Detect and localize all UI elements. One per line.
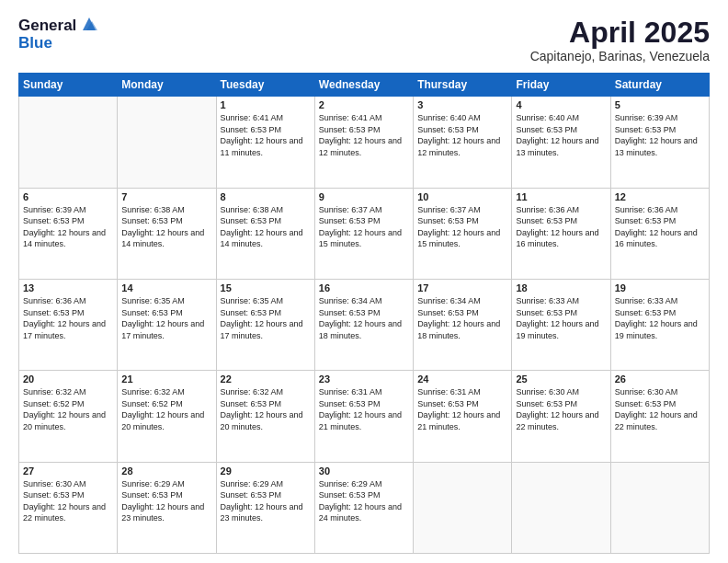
header-tuesday: Tuesday [216, 74, 314, 97]
day-info: Sunrise: 6:36 AM Sunset: 6:53 PM Dayligh… [516, 204, 606, 250]
day-number: 14 [121, 282, 211, 293]
day-info: Sunrise: 6:29 AM Sunset: 6:53 PM Dayligh… [121, 478, 211, 524]
title-month: April 2025 [530, 17, 710, 49]
day-number: 13 [23, 282, 113, 293]
day-info: Sunrise: 6:32 AM Sunset: 6:52 PM Dayligh… [23, 386, 113, 432]
header-thursday: Thursday [414, 74, 512, 97]
calendar-cell: 6Sunrise: 6:39 AM Sunset: 6:53 PM Daylig… [19, 188, 118, 279]
calendar-cell: 23Sunrise: 6:31 AM Sunset: 6:53 PM Dayli… [314, 371, 413, 462]
day-info: Sunrise: 6:33 AM Sunset: 6:53 PM Dayligh… [615, 295, 705, 341]
calendar-cell: 14Sunrise: 6:35 AM Sunset: 6:53 PM Dayli… [118, 279, 216, 370]
day-number: 7 [121, 191, 211, 202]
calendar-header-row: Sunday Monday Tuesday Wednesday Thursday… [19, 74, 710, 97]
calendar-cell: 21Sunrise: 6:32 AM Sunset: 6:52 PM Dayli… [118, 371, 216, 462]
calendar-cell: 13Sunrise: 6:36 AM Sunset: 6:53 PM Dayli… [19, 279, 118, 370]
logo-general: General [18, 17, 76, 34]
day-info: Sunrise: 6:40 AM Sunset: 6:53 PM Dayligh… [417, 112, 507, 158]
calendar-cell: 18Sunrise: 6:33 AM Sunset: 6:53 PM Dayli… [512, 279, 610, 370]
day-info: Sunrise: 6:30 AM Sunset: 6:53 PM Dayligh… [516, 386, 606, 432]
calendar-cell: 1Sunrise: 6:41 AM Sunset: 6:53 PM Daylig… [216, 97, 314, 188]
calendar-cell: 7Sunrise: 6:38 AM Sunset: 6:53 PM Daylig… [118, 188, 216, 279]
day-number: 2 [319, 99, 409, 110]
day-info: Sunrise: 6:35 AM Sunset: 6:53 PM Dayligh… [221, 295, 311, 341]
calendar-cell: 24Sunrise: 6:31 AM Sunset: 6:53 PM Dayli… [414, 371, 512, 462]
day-number: 24 [417, 373, 507, 385]
calendar-cell: 2Sunrise: 6:41 AM Sunset: 6:53 PM Daylig… [314, 97, 413, 188]
day-info: Sunrise: 6:38 AM Sunset: 6:53 PM Dayligh… [221, 204, 311, 250]
day-info: Sunrise: 6:31 AM Sunset: 6:53 PM Dayligh… [319, 386, 409, 432]
day-info: Sunrise: 6:36 AM Sunset: 6:53 PM Dayligh… [615, 204, 705, 250]
day-number: 5 [615, 99, 705, 110]
logo-blue: Blue [18, 35, 99, 51]
calendar-cell: 15Sunrise: 6:35 AM Sunset: 6:53 PM Dayli… [216, 279, 314, 370]
day-info: Sunrise: 6:31 AM Sunset: 6:53 PM Dayligh… [417, 386, 507, 432]
header-wednesday: Wednesday [314, 74, 413, 97]
title-block: April 2025 Capitanejo, Barinas, Venezuel… [530, 17, 710, 63]
calendar-cell: 17Sunrise: 6:34 AM Sunset: 6:53 PM Dayli… [414, 279, 512, 370]
calendar-week-3: 13Sunrise: 6:36 AM Sunset: 6:53 PM Dayli… [19, 279, 710, 370]
calendar-cell: 30Sunrise: 6:29 AM Sunset: 6:53 PM Dayli… [314, 462, 413, 553]
calendar-cell: 10Sunrise: 6:37 AM Sunset: 6:53 PM Dayli… [414, 188, 512, 279]
day-info: Sunrise: 6:30 AM Sunset: 6:53 PM Dayligh… [615, 386, 705, 432]
day-number: 29 [221, 465, 311, 477]
calendar-cell: 25Sunrise: 6:30 AM Sunset: 6:53 PM Dayli… [512, 371, 610, 462]
calendar-cell: 3Sunrise: 6:40 AM Sunset: 6:53 PM Daylig… [414, 97, 512, 188]
day-info: Sunrise: 6:39 AM Sunset: 6:53 PM Dayligh… [23, 204, 113, 250]
day-number: 22 [221, 373, 311, 385]
day-info: Sunrise: 6:35 AM Sunset: 6:53 PM Dayligh… [121, 295, 211, 341]
day-number: 23 [319, 373, 409, 385]
calendar-cell: 4Sunrise: 6:40 AM Sunset: 6:53 PM Daylig… [512, 97, 610, 188]
day-number: 17 [417, 282, 507, 293]
header-sunday: Sunday [19, 74, 118, 97]
day-info: Sunrise: 6:37 AM Sunset: 6:53 PM Dayligh… [319, 204, 409, 250]
day-number: 16 [319, 282, 409, 293]
calendar-week-2: 6Sunrise: 6:39 AM Sunset: 6:53 PM Daylig… [19, 188, 710, 279]
day-number: 3 [417, 99, 507, 110]
day-info: Sunrise: 6:29 AM Sunset: 6:53 PM Dayligh… [319, 478, 409, 524]
calendar-cell: 11Sunrise: 6:36 AM Sunset: 6:53 PM Dayli… [512, 188, 610, 279]
calendar-cell: 29Sunrise: 6:29 AM Sunset: 6:53 PM Dayli… [216, 462, 314, 553]
day-info: Sunrise: 6:41 AM Sunset: 6:53 PM Dayligh… [319, 112, 409, 158]
day-number: 28 [121, 465, 211, 477]
day-info: Sunrise: 6:40 AM Sunset: 6:53 PM Dayligh… [516, 112, 606, 158]
day-number: 8 [221, 191, 311, 202]
day-number: 10 [417, 191, 507, 202]
calendar-week-5: 27Sunrise: 6:30 AM Sunset: 6:53 PM Dayli… [19, 462, 710, 553]
day-info: Sunrise: 6:32 AM Sunset: 6:53 PM Dayligh… [221, 386, 311, 432]
calendar-cell [19, 97, 118, 188]
calendar-cell: 9Sunrise: 6:37 AM Sunset: 6:53 PM Daylig… [314, 188, 413, 279]
calendar-cell: 20Sunrise: 6:32 AM Sunset: 6:52 PM Dayli… [19, 371, 118, 462]
day-number: 18 [516, 282, 606, 293]
header-monday: Monday [118, 74, 216, 97]
calendar-cell [118, 97, 216, 188]
header-friday: Friday [512, 74, 610, 97]
day-number: 20 [23, 373, 113, 385]
calendar-week-4: 20Sunrise: 6:32 AM Sunset: 6:52 PM Dayli… [19, 371, 710, 462]
header-saturday: Saturday [610, 74, 709, 97]
header: General Blue April 2025 Capitanejo, Bari… [18, 17, 710, 63]
page: General Blue April 2025 Capitanejo, Bari… [0, 0, 728, 563]
day-number: 12 [615, 191, 705, 202]
day-number: 4 [516, 99, 606, 110]
calendar-cell: 28Sunrise: 6:29 AM Sunset: 6:53 PM Dayli… [118, 462, 216, 553]
day-info: Sunrise: 6:32 AM Sunset: 6:52 PM Dayligh… [121, 386, 211, 432]
calendar-table: Sunday Monday Tuesday Wednesday Thursday… [18, 73, 710, 554]
day-info: Sunrise: 6:41 AM Sunset: 6:53 PM Dayligh… [221, 112, 311, 158]
day-number: 21 [121, 373, 211, 385]
day-info: Sunrise: 6:34 AM Sunset: 6:53 PM Dayligh… [319, 295, 409, 341]
day-info: Sunrise: 6:38 AM Sunset: 6:53 PM Dayligh… [121, 204, 211, 250]
day-number: 6 [23, 191, 113, 202]
day-number: 15 [221, 282, 311, 293]
day-number: 11 [516, 191, 606, 202]
day-number: 27 [23, 465, 113, 477]
calendar-cell [610, 462, 709, 553]
calendar-cell: 26Sunrise: 6:30 AM Sunset: 6:53 PM Dayli… [610, 371, 709, 462]
day-info: Sunrise: 6:33 AM Sunset: 6:53 PM Dayligh… [516, 295, 606, 341]
calendar-cell [512, 462, 610, 553]
day-info: Sunrise: 6:39 AM Sunset: 6:53 PM Dayligh… [615, 112, 705, 158]
logo-icon [79, 14, 99, 34]
calendar-cell: 12Sunrise: 6:36 AM Sunset: 6:53 PM Dayli… [610, 188, 709, 279]
calendar-cell: 27Sunrise: 6:30 AM Sunset: 6:53 PM Dayli… [19, 462, 118, 553]
day-info: Sunrise: 6:37 AM Sunset: 6:53 PM Dayligh… [417, 204, 507, 250]
day-number: 9 [319, 191, 409, 202]
